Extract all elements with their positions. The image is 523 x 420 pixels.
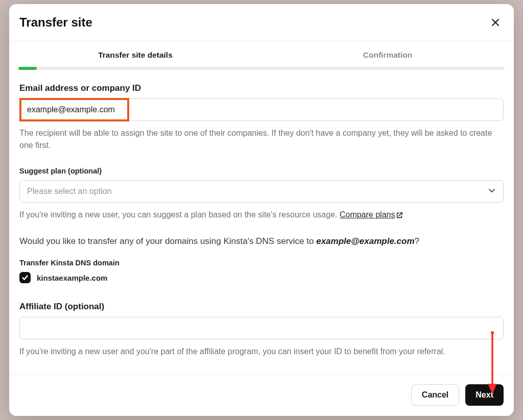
dns-domain-checkbox[interactable] [19, 272, 31, 283]
plan-label: Suggest plan (optional) [19, 167, 504, 175]
transfer-site-modal: Transfer site Transfer site details Conf… [9, 4, 514, 416]
compare-plans-link[interactable]: Compare plans [340, 210, 403, 219]
plan-section: Suggest plan (optional) Please select an… [19, 167, 504, 221]
tab-confirmation[interactable]: Confirmation [262, 51, 514, 67]
affiliate-section: Affiliate ID (optional) If you're inviti… [19, 302, 504, 358]
modal-title: Transfer site [19, 15, 92, 30]
chevron-down-icon [488, 186, 496, 196]
close-button[interactable] [487, 14, 504, 31]
dns-heading: Transfer Kinsta DNS domain [19, 259, 504, 267]
checkmark-icon [21, 274, 29, 281]
dns-question-prefix: Would you like to transfer any of your d… [19, 236, 316, 246]
email-label: Email address or company ID [19, 83, 504, 93]
plan-helper-text: If you're inviting a new user, you can s… [19, 210, 340, 219]
external-link-icon [396, 212, 403, 219]
affiliate-input[interactable] [19, 317, 504, 339]
affiliate-helper: If you're inviting a new user and you're… [19, 345, 504, 358]
email-input[interactable] [19, 98, 504, 121]
plan-select[interactable]: Please select an option [19, 180, 504, 203]
modal-header: Transfer site [9, 4, 514, 41]
dns-question-email: example@example.com [316, 236, 414, 246]
cancel-button[interactable]: Cancel [411, 384, 459, 406]
dns-question-suffix: ? [415, 236, 419, 246]
plan-select-placeholder: Please select an option [27, 187, 111, 196]
close-icon [491, 18, 500, 27]
dns-section: Would you like to transfer any of your d… [19, 236, 504, 283]
modal-body: Email address or company ID The recipien… [9, 70, 514, 375]
affiliate-label: Affiliate ID (optional) [19, 302, 504, 312]
modal-footer: Cancel Next [9, 375, 514, 416]
compare-plans-text: Compare plans [340, 210, 395, 219]
dns-domain-label: kinstaexample.com [37, 274, 107, 282]
next-button[interactable]: Next [465, 384, 504, 406]
step-tabs: Transfer site details Confirmation [9, 41, 514, 67]
email-section: Email address or company ID The recipien… [19, 83, 504, 152]
dns-question: Would you like to transfer any of your d… [19, 236, 504, 246]
progress-fill [18, 67, 37, 70]
email-input-wrap [19, 98, 504, 121]
plan-helper: If you're inviting a new user, you can s… [19, 209, 504, 221]
progress-track [18, 67, 505, 70]
tab-transfer-details[interactable]: Transfer site details [9, 51, 262, 67]
dns-domain-row: kinstaexample.com [19, 272, 504, 283]
email-helper: The recipient will be able to assign the… [19, 127, 504, 152]
